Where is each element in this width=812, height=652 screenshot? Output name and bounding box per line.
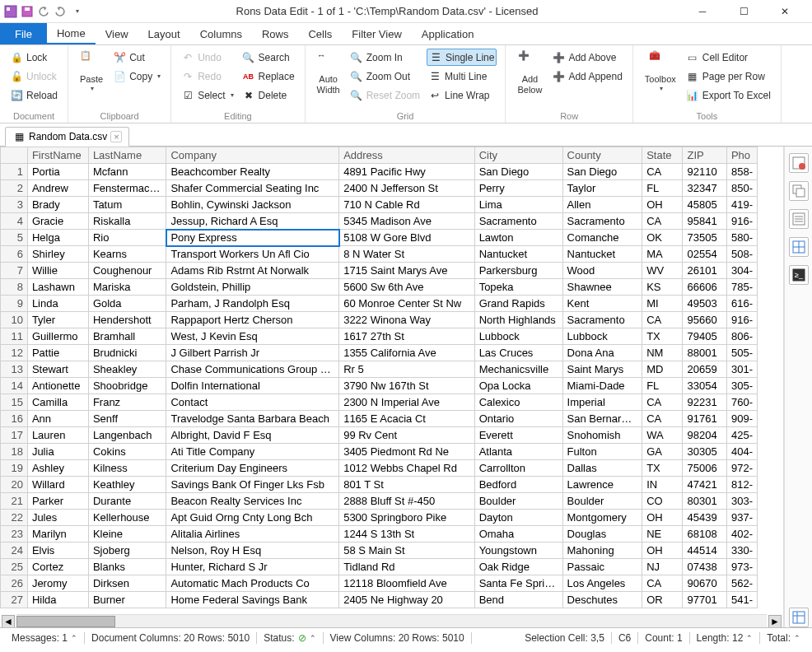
cell[interactable]: Antionette [27, 378, 88, 394]
cell[interactable]: 916- [726, 213, 757, 230]
cell[interactable]: Cokins [88, 444, 166, 460]
cell[interactable]: 47421 [683, 477, 726, 493]
table-row[interactable]: 12PattieBrudnickiJ Gilbert Parrish Jr135… [1, 345, 758, 361]
column-header-pho[interactable]: Pho [726, 147, 757, 164]
cell[interactable]: 26101 [683, 263, 726, 279]
cell[interactable]: Alitalia Airlines [166, 526, 339, 543]
cell[interactable]: Imperial [562, 394, 642, 411]
cell[interactable]: 99 Rv Cent [339, 427, 474, 444]
cell[interactable]: TX [642, 328, 683, 345]
cell[interactable]: Cortez [27, 559, 88, 575]
table-row[interactable]: 3BradyTatumBohlin, Cywinski Jackson710 N… [1, 197, 758, 213]
table-row[interactable]: 8LashawnMariskaGoldstein, Phillip5600 Sw… [1, 279, 758, 296]
cell[interactable]: Stewart [27, 361, 88, 378]
cell[interactable]: CA [642, 164, 683, 180]
row-number[interactable]: 3 [1, 197, 28, 213]
cell[interactable]: Durante [88, 493, 166, 510]
cell[interactable]: 12118 Bloomfield Ave [339, 575, 474, 592]
auto-width-button[interactable]: ↔AutoWidth [314, 49, 343, 104]
redo-qat-icon[interactable] [53, 4, 68, 19]
table-row[interactable]: 23MarilynKleineAlitalia Airlines1244 S 1… [1, 526, 758, 543]
cell[interactable]: Comanche [562, 230, 642, 246]
cell[interactable]: Tatum [88, 197, 166, 213]
cell[interactable]: Miami-Dade [562, 378, 642, 394]
data-grid[interactable]: FirstNameLastNameCompanyAddressCityCount… [0, 147, 758, 608]
search-button[interactable]: 🔍Search [240, 49, 296, 66]
cell[interactable]: Douglas [562, 526, 642, 543]
cell[interactable]: Santa Fe Springs [474, 575, 562, 592]
table-row[interactable]: 19AshleyKilnessCriterium Day Engineers10… [1, 460, 758, 477]
row-number[interactable]: 10 [1, 312, 28, 328]
cell[interactable]: Rappaport Hertz Cherson [166, 312, 339, 328]
cell[interactable]: 1715 Saint Marys Ave [339, 263, 474, 279]
menu-tab-rows[interactable]: Rows [252, 23, 299, 44]
table-row[interactable]: 15CamillaFranzContact2300 N Imperial Ave… [1, 394, 758, 411]
cell[interactable]: San Diego [562, 164, 642, 180]
cell[interactable]: 858- [726, 164, 757, 180]
scroll-left-button[interactable]: ◄ [2, 615, 15, 627]
cell[interactable]: Portia [27, 164, 88, 180]
cell[interactable]: MD [642, 361, 683, 378]
cell[interactable]: CA [642, 411, 683, 427]
cell[interactable]: 1012 Webbs Chapel Rd [339, 460, 474, 477]
cell[interactable]: Golda [88, 296, 166, 312]
cell[interactable]: IN [642, 477, 683, 493]
cell[interactable]: 49503 [683, 296, 726, 312]
cell[interactable]: Snohomish [562, 427, 642, 444]
cell[interactable]: 91761 [683, 411, 726, 427]
cell[interactable]: Automatic Mach Products Co [166, 575, 339, 592]
cell[interactable]: CA [642, 213, 683, 230]
table-row[interactable]: 26JeromyDirksenAutomatic Mach Products C… [1, 575, 758, 592]
cell[interactable]: Ontario [474, 411, 562, 427]
menu-tab-columns[interactable]: Columns [190, 23, 252, 44]
cell[interactable]: Camilla [27, 394, 88, 411]
status-messages[interactable]: Messages: 1 ⌃ [5, 632, 85, 644]
export-excel-button[interactable]: 📊Export To Excel [684, 86, 772, 104]
cell[interactable]: Dayton [474, 510, 562, 526]
cell[interactable]: Willard [27, 477, 88, 493]
row-number[interactable]: 2 [1, 180, 28, 197]
cell[interactable]: 4891 Pacific Hwy [339, 164, 474, 180]
cell[interactable]: 2405 Ne Highway 20 [339, 592, 474, 608]
cell[interactable]: Rio [88, 230, 166, 246]
cell[interactable]: 1617 27th St [339, 328, 474, 345]
cell[interactable]: 30305 [683, 444, 726, 460]
cell[interactable]: FL [642, 180, 683, 197]
cell[interactable]: 616- [726, 296, 757, 312]
cell[interactable]: Bramhall [88, 328, 166, 345]
row-number[interactable]: 25 [1, 559, 28, 575]
cell[interactable]: 505- [726, 345, 757, 361]
cell[interactable]: Mechanicsville [474, 361, 562, 378]
cell[interactable]: 404- [726, 444, 757, 460]
menu-tab-filter-view[interactable]: Filter View [342, 23, 411, 44]
cell[interactable]: Ann [27, 411, 88, 427]
column-header-state[interactable]: State [642, 147, 683, 164]
cell[interactable]: Bend [474, 592, 562, 608]
cell[interactable]: 95841 [683, 213, 726, 230]
cell[interactable]: 79405 [683, 328, 726, 345]
add-append-button[interactable]: ➕Add Append [550, 68, 623, 85]
table-row[interactable]: 17LaurenLangenbachAlbright, David F Esq9… [1, 427, 758, 444]
cell[interactable]: 98204 [683, 427, 726, 444]
cell[interactable]: Jessup, Richard A Esq [166, 213, 339, 230]
table-row[interactable]: 7WillieCoughenourAdams Rib Rstrnt At Nor… [1, 263, 758, 279]
cell[interactable]: Travelodge Santa Barbara Beach [166, 411, 339, 427]
cell[interactable]: OK [642, 230, 683, 246]
cell[interactable]: 580- [726, 230, 757, 246]
reset-zoom-button[interactable]: 🔍Reset Zoom [348, 86, 422, 104]
zoom-out-button[interactable]: 🔍Zoom Out [348, 68, 422, 85]
redo-button[interactable]: ↷Redo [180, 68, 235, 85]
cell[interactable]: Savings Bank Of Finger Lks Fsb [166, 477, 339, 493]
column-header-zip[interactable]: ZIP [683, 147, 726, 164]
column-header-address[interactable]: Address [339, 147, 474, 164]
table-row[interactable]: 14AntionetteShoobridgeDolfin Internation… [1, 378, 758, 394]
row-number[interactable]: 19 [1, 460, 28, 477]
cell[interactable]: Grand Rapids [474, 296, 562, 312]
cell[interactable]: Bedford [474, 477, 562, 493]
cell[interactable]: Andrew [27, 180, 88, 197]
cell[interactable]: Boulder [562, 493, 642, 510]
cell[interactable]: Criterium Day Engineers [166, 460, 339, 477]
maximize-button[interactable]: ☐ [726, 2, 761, 21]
cell[interactable]: Sheakley [88, 361, 166, 378]
row-number[interactable]: 13 [1, 361, 28, 378]
